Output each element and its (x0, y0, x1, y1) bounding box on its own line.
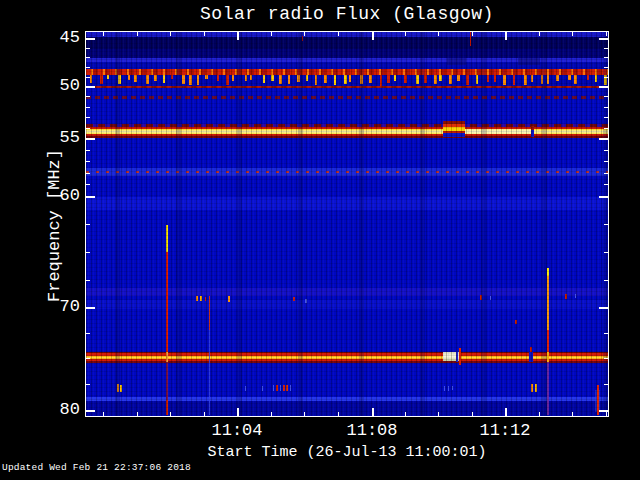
picket-burst (449, 75, 452, 84)
y-axis-tick (86, 333, 90, 334)
rfi-dot (283, 385, 285, 391)
picket-burst (369, 75, 372, 83)
picket-burst (324, 75, 327, 83)
y-axis-tick (86, 252, 90, 253)
y-axis-tick (86, 410, 95, 412)
picket-burst (288, 75, 290, 84)
x-axis-tick (204, 32, 205, 36)
chart-title: Solar radio Flux (Glasgow) (85, 4, 609, 24)
x-axis-tick (271, 412, 272, 416)
x-axis-tick (103, 412, 104, 416)
picket-burst (595, 75, 597, 82)
picket-burst (232, 75, 234, 81)
x-axis-tick (338, 32, 339, 36)
rfi-dot (120, 385, 122, 392)
picket-burst (197, 75, 199, 85)
picket-burst (524, 75, 527, 85)
picket-burst (315, 75, 317, 85)
picket-burst (189, 75, 192, 85)
rfi-dot (286, 385, 288, 391)
picket-burst (128, 75, 130, 80)
y-tick-label: 80 (0, 401, 80, 419)
rfi-dot (444, 386, 445, 391)
x-axis-tick (271, 32, 272, 36)
top-red-dash-c (470, 32, 471, 46)
top-red-dash-b (302, 36, 303, 41)
picket-burst (297, 75, 300, 82)
rfi-dot (290, 385, 291, 391)
picket-burst (306, 75, 308, 81)
spectrogram-plot-area (85, 31, 609, 417)
x-axis-tick (539, 32, 540, 36)
burst-1113-lower (547, 362, 549, 415)
picket-burst (226, 75, 229, 85)
band54-notch (531, 126, 534, 137)
dip-48mhz-right (518, 58, 540, 65)
y-axis-tick (604, 117, 608, 118)
y-axis-tick (86, 184, 90, 185)
y-axis-tick (86, 128, 90, 129)
y-tick-label: 45 (0, 29, 80, 47)
band54-bump (443, 121, 465, 137)
y-axis-tick (604, 150, 608, 151)
y-axis-tick (86, 173, 90, 174)
band57-red-speckle (86, 171, 608, 173)
y-axis-tick (599, 138, 608, 140)
picket-burst (100, 75, 103, 84)
x-axis-tick (204, 412, 205, 416)
x-axis-tick (438, 32, 439, 36)
y-axis-tick (604, 173, 608, 174)
rfi-dot (196, 296, 198, 301)
x-axis-tick (472, 412, 473, 416)
rfi-dot (448, 386, 449, 391)
rfi-dot (262, 386, 263, 391)
rfi-dot (305, 299, 307, 303)
picket-burst (394, 75, 396, 81)
picket-burst (118, 75, 121, 84)
rfi-dot (280, 385, 281, 391)
picket-burst (154, 75, 157, 81)
x-axis-tick (372, 32, 374, 40)
band75-red-tick (459, 348, 461, 365)
x-axis-tick (137, 412, 138, 416)
y-axis-tick (86, 38, 95, 40)
y-axis-tick (604, 48, 608, 49)
y-axis-tick (604, 161, 608, 162)
burst-1102-red-body (166, 252, 168, 352)
x-axis-tick (606, 32, 607, 36)
rfi-dot (228, 296, 230, 302)
rfi-dot (276, 385, 278, 391)
rfi-dot (565, 294, 567, 299)
burst-1103-red (209, 296, 210, 330)
dip-48mhz-left (447, 58, 466, 65)
x-tick-label: 11:04 (197, 421, 277, 440)
picket-burst (205, 75, 208, 79)
y-axis-tick (86, 161, 90, 162)
y-axis-tick (604, 77, 608, 78)
rfi-dot (205, 297, 206, 301)
y-axis-tick (86, 358, 90, 359)
y-axis-tick (86, 48, 90, 49)
bottom-dark (86, 401, 608, 415)
y-axis-tick (599, 410, 608, 412)
y-axis-tick (599, 86, 608, 88)
x-axis-tick (170, 412, 171, 416)
y-axis-tick (604, 384, 608, 385)
band54-pale-patch (465, 129, 531, 134)
burst-1113-orange (547, 276, 549, 330)
x-axis-tick (170, 32, 171, 36)
y-tick-label: 55 (0, 129, 80, 147)
y-axis-tick (599, 196, 608, 198)
picket-burst (434, 75, 437, 84)
burst-1102-band-cross (166, 352, 168, 362)
picket-burst (387, 75, 390, 83)
rfi-dot (531, 384, 533, 392)
y-axis-tick (86, 196, 95, 198)
picket-burst (146, 75, 149, 84)
rfi-dot (490, 296, 491, 300)
rfi-dot (200, 296, 202, 301)
y-axis-tick (86, 117, 90, 118)
band54-dark-bottom (86, 136, 608, 138)
y-axis-tick (86, 57, 90, 58)
picket-burst (556, 75, 559, 81)
